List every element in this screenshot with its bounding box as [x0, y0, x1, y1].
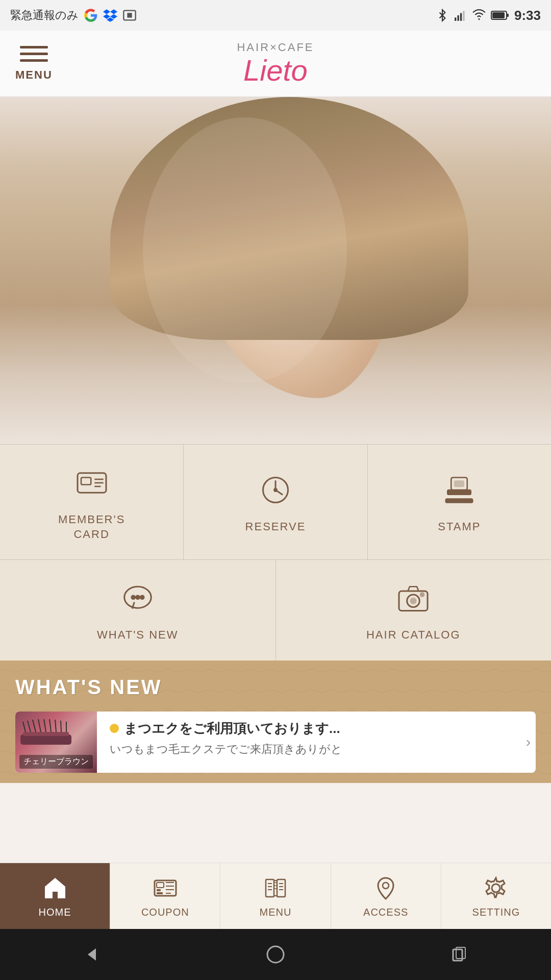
svg-point-19 — [274, 489, 277, 492]
hero-face — [0, 97, 551, 444]
news-thumb-label: チェリーブラウン — [19, 755, 93, 769]
wifi-icon — [472, 9, 486, 22]
nav-coupon-label: COUPON — [141, 906, 189, 918]
svg-rect-5 — [463, 11, 464, 21]
battery-icon — [491, 9, 509, 22]
stamp-button[interactable]: STAMP — [368, 445, 551, 559]
svg-rect-1 — [127, 13, 132, 17]
hair-catalog-button[interactable]: HAIR CATALOG — [276, 560, 552, 660]
svg-rect-46 — [157, 892, 163, 894]
nav-access-label: ACCESS — [363, 906, 408, 918]
svg-rect-21 — [455, 481, 464, 487]
reserve-button[interactable]: RESERVE — [184, 445, 367, 559]
bluetooth-icon — [436, 9, 449, 22]
svg-rect-22 — [448, 490, 471, 495]
members-card-button[interactable]: MEMBER'SCARD — [0, 445, 184, 559]
pin-icon — [372, 874, 400, 902]
news-content: まつエクをご利用頂いております... いつもまつ毛エクステでご来店頂きありがと — [107, 712, 516, 765]
svg-rect-4 — [460, 13, 462, 21]
coupon-icon — [151, 874, 179, 902]
id-card-icon — [71, 462, 112, 503]
svg-line-36 — [33, 720, 36, 732]
svg-rect-8 — [507, 14, 509, 17]
svg-point-10 — [143, 117, 347, 383]
grid-menu: MEMBER'SCARD RESERVE — [0, 444, 551, 660]
whats-new-label: WHAT'S NEW — [97, 628, 178, 643]
home-button[interactable] — [260, 939, 291, 970]
grid-row-1: MEMBER'SCARD RESERVE — [0, 444, 551, 559]
whats-new-section: WHAT'S NEW チェリーブラウン まつエ — [0, 660, 551, 783]
stamp-icon — [439, 470, 480, 510]
hero-image — [0, 97, 551, 444]
nav-menu-button[interactable]: MENU — [220, 863, 331, 929]
svg-line-39 — [49, 719, 51, 732]
screenshot-icon — [122, 8, 137, 22]
svg-rect-3 — [457, 15, 459, 21]
svg-rect-52 — [277, 879, 285, 897]
menu-button[interactable]: MENU — [15, 46, 53, 82]
svg-rect-44 — [157, 883, 164, 888]
back-button[interactable] — [77, 939, 107, 970]
menu-label: MENU — [15, 68, 53, 82]
nav-home-button[interactable]: HOME — [0, 863, 110, 929]
svg-rect-2 — [455, 17, 456, 21]
svg-rect-23 — [446, 499, 473, 503]
status-right: 9:33 — [436, 8, 541, 23]
app-header: MENU HAIR×CAFE Lieto — [0, 31, 551, 97]
clock-icon — [255, 470, 296, 510]
menu-line-3 — [20, 59, 48, 62]
news-dot — [110, 724, 119, 733]
svg-line-38 — [44, 719, 46, 732]
svg-point-25 — [132, 596, 135, 599]
nav-menu-label: MENU — [260, 906, 292, 918]
svg-point-31 — [420, 593, 424, 597]
gear-icon — [482, 874, 510, 902]
svg-point-27 — [140, 596, 144, 599]
members-card-label: MEMBER'SCARD — [58, 512, 125, 542]
news-arrow-icon: › — [526, 734, 536, 750]
emergency-text: 緊急通報のみ — [10, 8, 79, 23]
nav-setting-label: SETTING — [472, 906, 520, 918]
svg-line-37 — [38, 719, 41, 732]
svg-rect-45 — [157, 889, 161, 891]
menu-line-1 — [20, 46, 48, 48]
bottom-nav: HOME COUPON — [0, 863, 551, 929]
signal-icon — [454, 9, 467, 22]
reserve-label: RESERVE — [245, 520, 306, 534]
nav-coupon-button[interactable]: COUPON — [110, 863, 220, 929]
status-time: 9:33 — [514, 8, 541, 23]
news-item-1[interactable]: チェリーブラウン まつエクをご利用頂いております... いつもまつ毛エクステでご… — [15, 712, 536, 773]
svg-point-6 — [478, 18, 480, 20]
news-headline: まつエクをご利用頂いております... — [110, 719, 508, 738]
nav-home-label: HOME — [39, 906, 71, 918]
svg-marker-66 — [88, 948, 96, 961]
hero-overlay — [0, 97, 551, 444]
news-body: いつもまつ毛エクステでご来店頂きありがと — [110, 742, 508, 757]
nav-setting-button[interactable]: SETTING — [441, 863, 551, 929]
svg-point-65 — [492, 884, 500, 892]
nav-access-button[interactable]: ACCESS — [331, 863, 441, 929]
news-thumbnail: チェリーブラウン — [15, 712, 97, 773]
svg-line-34 — [23, 722, 26, 732]
android-nav-bar — [0, 929, 551, 980]
stamp-label: STAMP — [438, 520, 481, 534]
whats-new-button[interactable]: WHAT'S NEW — [0, 560, 276, 660]
svg-point-26 — [136, 596, 139, 599]
recents-button[interactable] — [444, 939, 474, 970]
camera-icon — [393, 578, 434, 619]
svg-point-30 — [411, 598, 416, 604]
grid-row-2: WHAT'S NEW HAIR CATALOG — [0, 559, 551, 660]
svg-rect-12 — [81, 478, 91, 485]
book-icon — [262, 874, 290, 902]
svg-rect-33 — [23, 732, 69, 736]
svg-point-67 — [267, 946, 284, 963]
menu-line-2 — [20, 53, 48, 55]
google-icon — [84, 8, 98, 22]
whats-new-section-title: WHAT'S NEW — [15, 676, 536, 699]
svg-point-64 — [383, 883, 389, 889]
dropbox-icon — [103, 8, 117, 22]
svg-rect-9 — [492, 12, 505, 18]
svg-rect-51 — [266, 879, 274, 897]
hair-catalog-label: HAIR CATALOG — [366, 628, 461, 643]
status-left: 緊急通報のみ — [10, 8, 137, 23]
